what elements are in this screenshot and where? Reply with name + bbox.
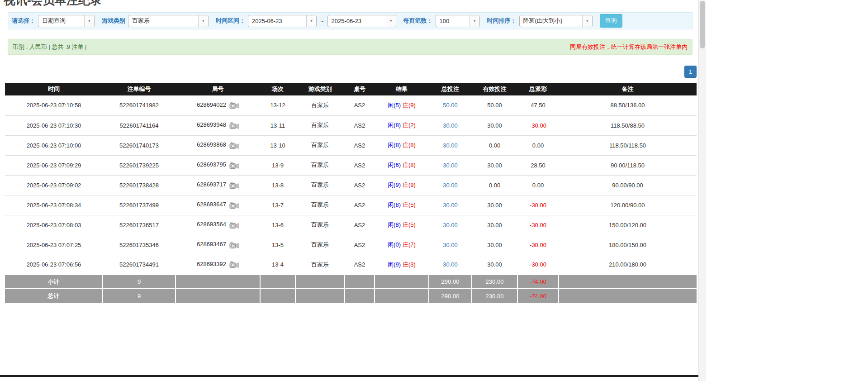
valid-bet-cell: 30.00 xyxy=(472,155,517,175)
column-header: 局号 xyxy=(175,83,260,95)
video-replay-button[interactable] xyxy=(229,162,239,169)
page-size-input[interactable] xyxy=(436,15,470,27)
total-valid-bet: 230.00 xyxy=(472,289,517,303)
total-bet-cell[interactable]: 30.00 xyxy=(429,155,472,175)
video-replay-button[interactable] xyxy=(229,181,239,189)
valid-bet-notice: 同局有效投注，统一计算在该局第一张注单内 xyxy=(570,43,688,51)
payout-cell: -30.00 xyxy=(517,195,559,215)
session-cell: 13-6 xyxy=(260,215,295,235)
page-1-button[interactable]: 1 xyxy=(684,66,697,78)
banker-result: 庄(5) xyxy=(403,221,416,228)
payout-cell: 0.00 xyxy=(517,175,559,195)
query-type-combo[interactable]: ▼ xyxy=(38,15,95,27)
query-type-dropdown-button[interactable]: ▼ xyxy=(84,15,94,27)
query-type-input[interactable] xyxy=(38,15,84,27)
remark-cell: 88.50/136.00 xyxy=(559,95,697,115)
round-cell: 628693795 xyxy=(175,155,260,175)
total-bet-cell[interactable]: 30.00 xyxy=(429,235,472,255)
game-type-cell: 百家乐 xyxy=(295,95,345,115)
sort-order-dropdown-button[interactable]: ▼ xyxy=(582,15,592,27)
subtotal-count: 9 xyxy=(103,275,175,289)
time-cell: 2025-06-23 07:10:00 xyxy=(5,135,103,155)
table-row: 2025-06-23 07:06:56 522601734491 6286933… xyxy=(5,255,697,275)
session-cell: 13-4 xyxy=(260,255,295,275)
date-from-combo[interactable]: ▼ xyxy=(248,15,317,27)
table-row: 2025-06-23 07:07:25 522601735346 6286934… xyxy=(5,235,697,255)
video-replay-button[interactable] xyxy=(229,221,239,229)
banker-result: 庄(7) xyxy=(403,241,416,248)
total-bet-cell[interactable]: 30.00 xyxy=(429,215,472,235)
empty-cell xyxy=(375,289,429,303)
scrollbar-thumb[interactable] xyxy=(700,1,705,48)
total-bet-cell[interactable]: 30.00 xyxy=(429,195,472,215)
video-replay-button[interactable] xyxy=(229,261,239,268)
table-number-cell: AS2 xyxy=(345,215,375,235)
page-size-label: 每页笔数： xyxy=(403,17,433,25)
column-header: 总投注 xyxy=(429,83,472,95)
date-to-input[interactable] xyxy=(328,15,386,27)
table-row: 2025-06-23 07:08:03 522601736517 6286935… xyxy=(5,215,697,235)
total-bet-cell[interactable]: 30.00 xyxy=(429,115,472,135)
time-cell: 2025-06-23 07:06:56 xyxy=(5,255,103,275)
total-bet-cell[interactable]: 30.00 xyxy=(429,175,472,195)
valid-bet-cell: 30.00 xyxy=(472,215,517,235)
subtotal-label: 小计 xyxy=(5,275,103,289)
table-number-cell: AS2 xyxy=(345,235,375,255)
bet-id-cell: 522601738428 xyxy=(103,175,175,195)
result-cell: 闲(9)庄(9) xyxy=(375,175,429,195)
total-label: 总计 xyxy=(5,289,103,303)
summary-bar: 币别 : 人民币 | 总共 :9 注单 | 同局有效投注，统一计算在该局第一张注… xyxy=(8,39,693,55)
video-replay-button[interactable] xyxy=(229,101,239,109)
table-row: 2025-06-23 07:09:02 522601738428 6286937… xyxy=(5,175,697,195)
table-head-row: 时间注单编号局号场次游戏类别桌号结果总投注有效投注总派彩备注 xyxy=(5,83,697,95)
total-bet-cell[interactable]: 50.00 xyxy=(429,95,472,115)
player-result: 闲(9) xyxy=(388,261,401,268)
chevron-down-icon: ▼ xyxy=(202,19,205,23)
total-bet-cell[interactable]: 30.00 xyxy=(429,135,472,155)
page-size-combo[interactable]: ▼ xyxy=(436,15,480,27)
search-button[interactable]: 查询 xyxy=(600,14,622,28)
game-type-cell: 百家乐 xyxy=(295,115,345,135)
table-number-cell: AS2 xyxy=(345,175,375,195)
vertical-scrollbar[interactable] xyxy=(698,0,706,381)
video-replay-button[interactable] xyxy=(229,142,239,149)
valid-bet-cell: 30.00 xyxy=(472,115,517,135)
page-size-dropdown-button[interactable]: ▼ xyxy=(470,15,479,27)
total-row: 总计 9 290.00 230.00 -74.00 xyxy=(5,289,697,303)
time-cell: 2025-06-23 07:07:25 xyxy=(5,235,103,255)
date-to-dropdown-button[interactable]: ▼ xyxy=(386,15,396,27)
total-payout: -74.00 xyxy=(517,289,559,303)
round-cell: 628693868 xyxy=(175,135,260,155)
empty-cell xyxy=(559,289,697,303)
chevron-down-icon: ▼ xyxy=(473,19,476,23)
bet-id-cell: 522601741164 xyxy=(103,115,175,135)
player-result: 闲(8) xyxy=(388,201,401,208)
column-header: 结果 xyxy=(375,83,429,95)
table-row: 2025-06-23 07:08:34 522601737499 6286936… xyxy=(5,195,697,215)
game-type-input[interactable] xyxy=(128,15,198,27)
result-cell: 闲(8)庄(8) xyxy=(375,135,429,155)
total-bet-cell[interactable]: 30.00 xyxy=(429,255,472,275)
player-result: 闲(8) xyxy=(388,142,401,148)
game-type-combo[interactable]: ▼ xyxy=(128,15,209,27)
valid-bet-cell: 0.00 xyxy=(472,175,517,195)
sort-order-input[interactable] xyxy=(520,15,582,27)
subtotal-payout: -74.00 xyxy=(517,275,559,289)
video-camera-icon xyxy=(229,142,239,149)
table-number-cell: AS2 xyxy=(345,195,375,215)
video-camera-icon xyxy=(229,241,239,249)
date-from-dropdown-button[interactable]: ▼ xyxy=(306,15,316,27)
round-cell: 628694022 xyxy=(175,95,260,115)
date-to-combo[interactable]: ▼ xyxy=(327,15,396,27)
game-type-dropdown-button[interactable]: ▼ xyxy=(198,15,208,27)
video-replay-button[interactable] xyxy=(229,201,239,209)
date-from-input[interactable] xyxy=(248,15,306,27)
table-number-cell: AS2 xyxy=(345,135,375,155)
session-cell: 13-9 xyxy=(260,155,295,175)
sort-order-combo[interactable]: ▼ xyxy=(519,15,593,27)
session-cell: 13-10 xyxy=(260,135,295,155)
time-cell: 2025-06-23 07:08:03 xyxy=(5,215,103,235)
game-type-cell: 百家乐 xyxy=(295,215,345,235)
video-replay-button[interactable] xyxy=(229,122,239,129)
video-replay-button[interactable] xyxy=(229,241,239,249)
